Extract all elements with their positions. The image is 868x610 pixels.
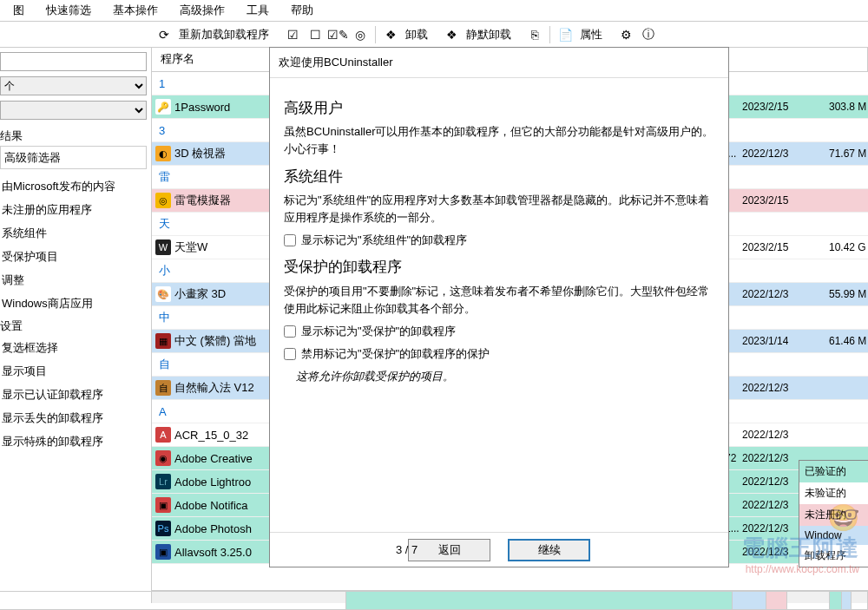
sidebar-setting-3[interactable]: 显示丢失的卸载程序 xyxy=(0,406,147,430)
italic-note: 这将允许你卸载受保护的项目。 xyxy=(296,368,714,385)
advanced-filter-button[interactable]: 高级筛选器 xyxy=(0,146,147,169)
doc-icon[interactable]: 📄 xyxy=(557,27,573,43)
legend-uninstaller: 卸载程序 xyxy=(799,545,868,567)
menu-view[interactable]: 图 xyxy=(13,3,24,18)
legend-unreg: 未注册的 xyxy=(799,504,868,526)
app-date: 2023/2/15 xyxy=(742,241,812,253)
app-size: 61.46 M xyxy=(829,335,868,347)
uncheck-icon[interactable]: ☐ xyxy=(307,27,323,43)
app-icon: ▦ xyxy=(155,333,171,349)
app-icon: ◐ xyxy=(155,146,171,161)
legend-unverified: 未验证的 xyxy=(799,482,868,504)
para-advanced: 虽然BCUninstaller可以用作基本的卸载程序，但它的大部分功能都是针对高… xyxy=(284,123,714,158)
toolbar: ⟳ 重新加载卸载程序 ☑ ☐ ☑✎ ◎ ❖ 卸载 ❖ 静默卸载 ⎘ 📄 属性 ⚙… xyxy=(0,22,868,48)
sidebar-check-5[interactable]: Windows商店应用 xyxy=(0,292,147,315)
sidebar-setting-4[interactable]: 显示特殊的卸载程序 xyxy=(0,430,147,453)
menu-quickfilter[interactable]: 快速筛选 xyxy=(46,3,91,18)
app-size: 55.99 M xyxy=(829,288,868,300)
footer-color-bar xyxy=(0,591,868,610)
quiet-icon[interactable]: ❖ xyxy=(444,27,459,43)
app-icon: 自 xyxy=(155,380,171,396)
legend-verified: 已验证的 xyxy=(799,461,868,482)
dialog-footer: 3 / 7 返回 继续 xyxy=(270,532,728,567)
gear-icon[interactable]: ⚙ xyxy=(618,27,634,43)
edit-check-icon[interactable]: ☑✎ xyxy=(330,27,345,43)
app-size: 71.67 M xyxy=(829,148,868,160)
menu-tools[interactable]: 工具 xyxy=(247,3,269,18)
app-date: 2022/12/3 xyxy=(742,382,812,394)
stack-icon[interactable]: ❖ xyxy=(383,27,398,43)
app-icon: ◎ xyxy=(155,193,171,208)
dialog-title: 欢迎使用BCUninstaller xyxy=(270,48,728,78)
app-date: 2023/2/15 xyxy=(742,194,812,207)
legend-windows: Window xyxy=(799,526,868,545)
menu-bar: 图 快速筛选 基本操作 高级操作 工具 帮助 xyxy=(0,0,868,22)
app-icon: 🎨 xyxy=(155,286,171,302)
target-icon[interactable]: ◎ xyxy=(352,27,368,43)
quiet-uninstall-button[interactable]: 静默卸载 xyxy=(466,27,511,43)
sidebar-check-0[interactable]: 由Microsoft发布的内容 xyxy=(0,174,147,198)
menu-advanced[interactable]: 高级操作 xyxy=(180,3,225,18)
dialog-body: 高级用户 虽然BCUninstaller可以用作基本的卸载程序，但它的大部分功能… xyxy=(270,78,728,532)
app-date: 2022/12/3 xyxy=(742,429,812,441)
sidebar: 个 结果 高级筛选器 由Microsoft发布的内容未注册的应用程序系统组件受保… xyxy=(0,48,152,603)
back-button[interactable]: 返回 xyxy=(408,539,490,561)
sidebar-setting-2[interactable]: 显示已认证卸载程序 xyxy=(0,383,147,406)
info-icon[interactable]: ⓘ xyxy=(641,27,656,43)
app-icon: A xyxy=(155,427,171,443)
sidebar-check-3[interactable]: 受保护项目 xyxy=(0,245,147,268)
sidebar-setting-1[interactable]: 显示项目 xyxy=(0,359,147,383)
filter-dropdown-2[interactable] xyxy=(0,101,147,120)
app-icon: W xyxy=(155,239,171,255)
heading-advanced: 高级用户 xyxy=(284,97,714,120)
check-icon[interactable]: ☑ xyxy=(285,27,300,43)
app-size: 10.42 G xyxy=(829,241,868,253)
menu-basic[interactable]: 基本操作 xyxy=(113,3,158,18)
heading-system: 系统组件 xyxy=(284,166,714,188)
properties-button[interactable]: 属性 xyxy=(580,27,602,43)
sidebar-setting-0[interactable]: 复选框选择 xyxy=(0,336,147,359)
app-icon: Lr xyxy=(155,474,171,489)
next-button[interactable]: 继续 xyxy=(508,539,590,561)
app-icon: ◉ xyxy=(155,450,171,466)
welcome-dialog: 欢迎使用BCUninstaller 高级用户 虽然BCUninstaller可以… xyxy=(269,47,729,567)
checkbox-show-system[interactable]: 显示标记为"系统组件"的卸载程序 xyxy=(284,232,714,249)
para-system: 标记为"系统组件"的应用程序对大多数基本卸载管理器都是隐藏的。此标记并不意味着应… xyxy=(284,192,714,226)
filter-dropdown-1[interactable]: 个 xyxy=(0,76,147,95)
app-icon: Ps xyxy=(155,521,171,536)
app-date: 2022/12/3 xyxy=(742,288,812,300)
settings-heading: 设置 xyxy=(0,318,147,334)
app-date: 2023/2/15 xyxy=(742,101,812,113)
sidebar-check-2[interactable]: 系统组件 xyxy=(0,221,147,245)
checkbox-disable-protection[interactable]: 禁用标记为"受保护"的卸载程序的保护 xyxy=(284,345,714,363)
app-icon: ▣ xyxy=(155,497,171,513)
reload-button[interactable]: 重新加载卸载程序 xyxy=(179,27,269,43)
sidebar-check-1[interactable]: 未注册的应用程序 xyxy=(0,198,147,221)
app-date: 2022/12/3 xyxy=(742,148,812,160)
col-name[interactable]: 程序名 xyxy=(155,48,281,71)
color-legend: 已验证的 未验证的 未注册的 Window 卸载程序 xyxy=(799,460,868,567)
export-icon[interactable]: ⎘ xyxy=(527,27,542,43)
app-icon: 🔑 xyxy=(155,99,171,115)
pager-text: 3 / 7 xyxy=(396,543,418,556)
app-size: 303.8 M xyxy=(829,101,868,113)
menu-help[interactable]: 帮助 xyxy=(291,3,313,18)
heading-protected: 受保护的卸载程序 xyxy=(284,256,714,279)
app-icon: ▣ xyxy=(155,544,171,560)
search-input[interactable] xyxy=(0,52,147,71)
checkbox-show-protected[interactable]: 显示标记为"受保护"的卸载程序 xyxy=(284,323,714,340)
sidebar-check-4[interactable]: 调整 xyxy=(0,268,147,292)
reload-icon[interactable]: ⟳ xyxy=(156,27,172,43)
para-protected: 受保护的项目用"不要删除"标记，这意味着发布者不希望你删除它们。大型软件包经常使… xyxy=(284,283,714,318)
app-date: 2023/1/14 xyxy=(742,335,812,347)
uninstall-button[interactable]: 卸载 xyxy=(405,27,428,43)
result-heading: 结果 xyxy=(0,128,147,144)
